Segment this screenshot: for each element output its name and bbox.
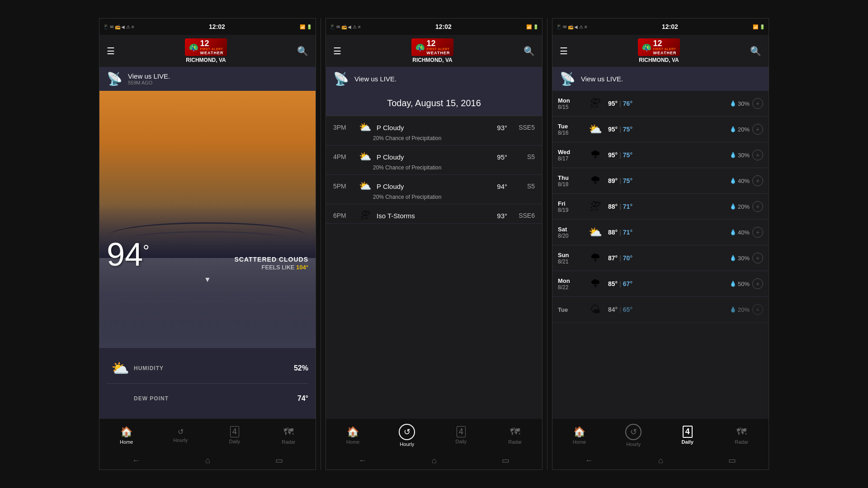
daily-precip-1: 💧 20% bbox=[730, 126, 750, 133]
nav-home[interactable]: 🏠 Home bbox=[99, 419, 154, 451]
daily-date-1: Tue 8/16 bbox=[558, 123, 583, 136]
back-button-d[interactable]: ← bbox=[585, 456, 593, 465]
home-button-d[interactable]: ⌂ bbox=[658, 456, 663, 465]
back-button-h[interactable]: ← bbox=[359, 456, 367, 465]
bottom-nav: 🏠 Home ↺ Hourly 4 Daily 🗺 Radar bbox=[99, 419, 316, 451]
daily-temps-5: 88° | 71° bbox=[608, 229, 727, 236]
menu-icon[interactable]: ☰ bbox=[107, 46, 115, 56]
weather-icon: ⛅ bbox=[107, 357, 134, 380]
daily-date-2: Wed 8/17 bbox=[558, 149, 583, 162]
hourly-icon-d: ↺ bbox=[625, 424, 642, 440]
expand-5[interactable]: + bbox=[752, 227, 763, 238]
expand-4[interactable]: + bbox=[752, 201, 763, 212]
hourly-item-1: 3PM ⛅ P Cloudy 93° SSE5 20% Chance of Pr… bbox=[326, 116, 542, 145]
hourly-list: 3PM ⛅ P Cloudy 93° SSE5 20% Chance of Pr… bbox=[326, 116, 542, 419]
daily-precip-4: 💧 20% bbox=[730, 203, 750, 210]
nav-home-h[interactable]: 🏠 Home bbox=[326, 419, 380, 451]
nav-home-d[interactable]: 🏠 Home bbox=[552, 419, 607, 451]
recents-button[interactable]: ▭ bbox=[275, 455, 283, 465]
app-header: ☰ 🦚 12 FIRST ALERT WEATHER RICHMOND, VA … bbox=[99, 35, 316, 67]
status-bar: 📱 ✉ 📻 ◀ ⚠ ≡ 12:02 📶 🔋 bbox=[99, 19, 316, 35]
nav-hourly[interactable]: ↺ Hourly bbox=[154, 419, 208, 451]
daily-date-8: Tue bbox=[558, 306, 583, 313]
daily-list: Mon 8/15 ⛈ 95° | 76° 💧 30% + Tue 8 bbox=[552, 91, 769, 419]
radar-icon: 🗺 bbox=[283, 426, 293, 438]
daily-date-3: Thu 8/18 bbox=[558, 174, 583, 188]
android-nav-hourly: ← ⌂ ▭ bbox=[326, 451, 542, 469]
daily-date-0: Mon 8/15 bbox=[558, 97, 583, 110]
status-bar-hourly: 📱 ✉ 📻 ◀ ⚠ ≡ 12:02 📶 🔋 bbox=[326, 19, 542, 35]
daily-precip-6: 💧 30% bbox=[730, 255, 750, 262]
live-banner[interactable]: 📡 View us LIVE. 559M AGO bbox=[99, 67, 316, 91]
hourly-item-2: 4PM ⛅ P Cloudy 95° S5 20% Chance of Prec… bbox=[326, 145, 542, 175]
daily-icon-5: ⛅ bbox=[585, 224, 605, 240]
nav-daily-d[interactable]: 4 Daily bbox=[660, 419, 715, 451]
expand-3[interactable]: + bbox=[752, 175, 763, 186]
nav-daily[interactable]: 4 Daily bbox=[208, 419, 262, 451]
daily-icon-3: 🌩 bbox=[585, 173, 605, 189]
expand-0[interactable]: + bbox=[752, 98, 763, 109]
daily-icon-h: 4 bbox=[457, 426, 466, 437]
nav-radar-h[interactable]: 🗺 Radar bbox=[488, 419, 542, 451]
recents-button-h[interactable]: ▭ bbox=[502, 455, 509, 465]
search-icon-hourly[interactable]: 🔍 bbox=[524, 46, 535, 56]
radar-icon-d: 🗺 bbox=[736, 426, 746, 438]
home-screen: 📱 ✉ 📻 ◀ ⚠ ≡ 12:02 📶 🔋 ☰ 🦚 12 FIRST ALERT bbox=[99, 18, 316, 470]
home-icon-d: 🏠 bbox=[573, 426, 585, 438]
live-text-hourly: View us LIVE. bbox=[354, 75, 396, 83]
home-button-h[interactable]: ⌂ bbox=[432, 456, 437, 465]
daily-date-7: Mon 8/22 bbox=[558, 277, 583, 291]
app-logo-hourly: 🦚 12 FIRST ALERT WEATHER RICHMOND, VA bbox=[411, 38, 454, 63]
location-text: RICHMOND, VA bbox=[186, 57, 226, 63]
tower-icon-daily: 📡 bbox=[560, 71, 576, 86]
expand-6[interactable]: + bbox=[752, 253, 763, 263]
expand-2[interactable]: + bbox=[752, 150, 763, 160]
nav-hourly-h[interactable]: ↺ Hourly bbox=[380, 419, 434, 451]
daily-row-6: Sun 8/21 🌩 87° | 70° 💧 30% + bbox=[552, 245, 769, 271]
daily-temps-1: 95° | 75° bbox=[608, 126, 727, 133]
recents-button-d[interactable]: ▭ bbox=[728, 455, 736, 465]
hourly-icon-h: ↺ bbox=[399, 424, 415, 440]
live-banner-daily[interactable]: 📡 View us LIVE. bbox=[552, 67, 769, 91]
bottom-nav-hourly: 🏠 Home ↺ Hourly 4 Daily 🗺 Radar bbox=[326, 419, 542, 451]
status-icons-right-hourly: 📶 🔋 bbox=[526, 24, 538, 29]
daily-precip-5: 💧 40% bbox=[730, 229, 750, 236]
live-banner-hourly[interactable]: 📡 View us LIVE. bbox=[326, 67, 542, 91]
expand-1[interactable]: + bbox=[752, 124, 763, 135]
hourly-icon: ↺ bbox=[178, 427, 184, 436]
location-daily: RICHMOND, VA bbox=[639, 57, 679, 63]
status-icons-right: 📶 🔋 bbox=[300, 24, 312, 29]
search-icon[interactable]: 🔍 bbox=[297, 46, 308, 56]
date-header: Today, August 15, 2016 bbox=[326, 91, 542, 116]
menu-icon-daily[interactable]: ☰ bbox=[560, 46, 568, 56]
weather-icon-2: ⛅ bbox=[357, 151, 373, 163]
tower-icon-hourly: 📡 bbox=[333, 71, 349, 86]
daily-temps-2: 95° | 75° bbox=[608, 151, 727, 159]
daily-precip-3: 💧 40% bbox=[730, 178, 750, 184]
hourly-item-4: 6PM ⛈ Iso T-Storms 93° SSE6 bbox=[326, 204, 542, 224]
daily-date-4: Fri 8/19 bbox=[558, 200, 583, 213]
daily-icon-d: 4 bbox=[683, 426, 693, 438]
weather-icon-4: ⛈ bbox=[357, 210, 373, 221]
daily-precip-8: 💧 20% bbox=[730, 306, 750, 313]
search-icon-daily[interactable]: 🔍 bbox=[750, 46, 761, 56]
daily-date-5: Sat 8/20 bbox=[558, 226, 583, 239]
status-time: 12:02 bbox=[209, 23, 225, 30]
nav-radar[interactable]: 🗺 Radar bbox=[262, 419, 316, 451]
nav-hourly-d[interactable]: ↺ Hourly bbox=[607, 419, 661, 451]
daily-row-0: Mon 8/15 ⛈ 95° | 76° 💧 30% + bbox=[552, 91, 769, 117]
app-logo: 🦚 12 FIRST ALERT WEATHER RICHMOND, VA bbox=[185, 38, 227, 63]
expand-8[interactable]: + bbox=[752, 304, 763, 315]
live-text-daily: View us LIVE. bbox=[581, 75, 623, 83]
expand-7[interactable]: + bbox=[752, 278, 763, 289]
daily-precip-7: 💧 50% bbox=[730, 281, 750, 287]
home-icon: 🏠 bbox=[120, 426, 132, 438]
daily-screen: 📱 ✉ 📻 ◀ ⚠ ≡ 12:02 📶 🔋 ☰ 🦚 12 FIRST ALERT bbox=[552, 18, 769, 470]
nav-radar-d[interactable]: 🗺 Radar bbox=[715, 419, 769, 451]
daily-icon: 4 bbox=[230, 426, 239, 437]
menu-icon-hourly[interactable]: ☰ bbox=[333, 46, 341, 56]
nav-daily-h[interactable]: 4 Daily bbox=[434, 419, 488, 451]
android-nav: ← ⌂ ▭ bbox=[99, 451, 316, 469]
back-button[interactable]: ← bbox=[132, 456, 140, 465]
home-button[interactable]: ⌂ bbox=[205, 456, 210, 465]
